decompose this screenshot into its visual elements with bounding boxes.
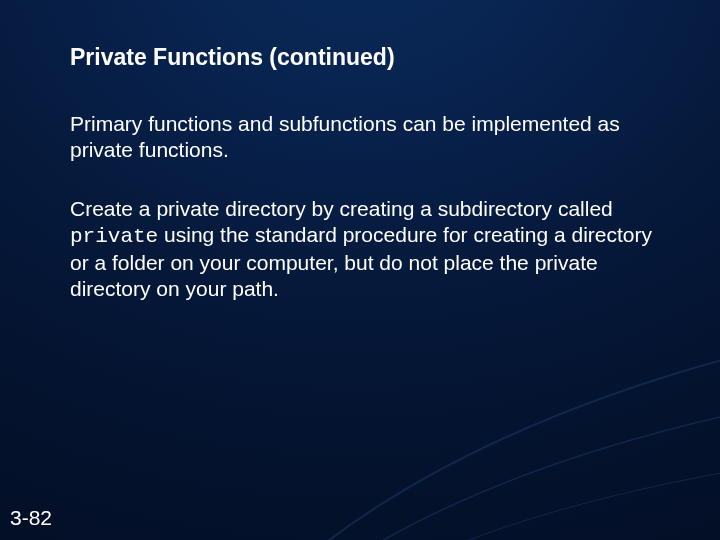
slide: Private Functions (continued) Primary fu… bbox=[0, 0, 720, 540]
paragraph-2-text-a: Create a private directory by creating a… bbox=[70, 197, 613, 220]
content-area: Private Functions (continued) Primary fu… bbox=[70, 44, 660, 335]
slide-title: Private Functions (continued) bbox=[70, 44, 660, 71]
paragraph-1: Primary functions and subfunctions can b… bbox=[70, 111, 660, 164]
code-private: private bbox=[70, 225, 158, 248]
page-number: 3-82 bbox=[10, 506, 52, 530]
paragraph-2: Create a private directory by creating a… bbox=[70, 196, 660, 303]
paragraph-2-text-b: using the standard procedure for creatin… bbox=[70, 223, 652, 301]
